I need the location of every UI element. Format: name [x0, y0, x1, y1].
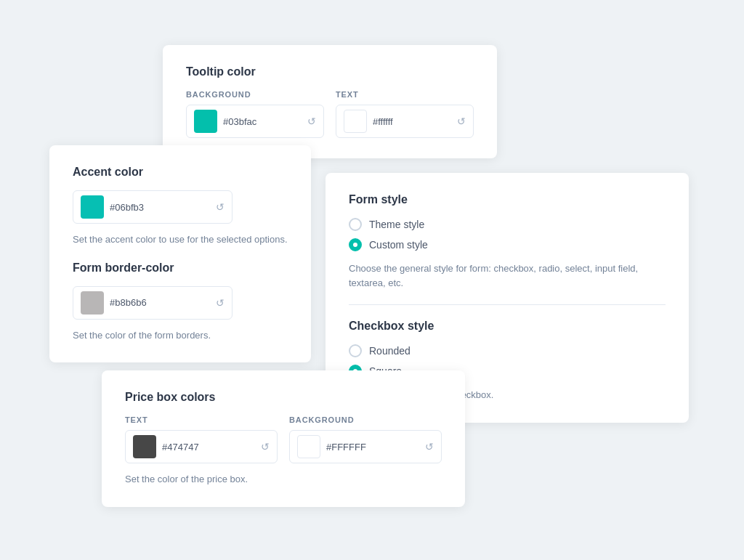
- form-style-option-theme[interactable]: Theme style: [349, 218, 666, 231]
- price-bg-reset-icon[interactable]: ↺: [425, 441, 434, 453]
- form-style-divider: [349, 304, 666, 305]
- price-text-field[interactable]: #474747 ↺: [125, 430, 278, 463]
- tooltip-card-title: Tooltip color: [186, 65, 474, 78]
- tooltip-text-reset-icon[interactable]: ↺: [457, 115, 466, 127]
- price-bg-swatch: [297, 435, 320, 458]
- form-style-helper: Choose the general style for form: check…: [349, 261, 666, 290]
- accent-reset-icon[interactable]: ↺: [216, 201, 225, 213]
- radio-theme-label: Theme style: [369, 219, 424, 230]
- price-text-value: #474747: [162, 442, 255, 453]
- border-color-field[interactable]: #b8b6b6 ↺: [73, 286, 232, 320]
- form-style-title: Form style: [349, 193, 666, 206]
- text-label: TEXT: [336, 90, 474, 99]
- price-text-swatch: [133, 435, 156, 458]
- radio-rounded-circle: [349, 344, 362, 357]
- form-style-option-custom[interactable]: Custom style: [349, 238, 666, 251]
- accent-card-title: Accent color: [73, 166, 288, 179]
- checkbox-option-rounded[interactable]: Rounded: [349, 344, 666, 357]
- accent-swatch: [81, 195, 104, 219]
- price-text-label: TEXT: [125, 415, 278, 424]
- bg-label: BACKGROUND: [186, 90, 324, 99]
- tooltip-text-swatch: [344, 110, 367, 133]
- border-helper: Set the color of the form borders.: [73, 328, 288, 343]
- price-text-reset-icon[interactable]: ↺: [261, 441, 270, 453]
- price-box-card: Price box colors TEXT #474747 ↺ BACKGROU…: [102, 370, 465, 507]
- price-helper: Set the color of the price box.: [125, 472, 442, 487]
- price-bg-label: BACKGROUND: [289, 415, 442, 424]
- price-bg-value: #FFFFFF: [326, 442, 419, 453]
- accent-color-field[interactable]: #06bfb3 ↺: [73, 190, 232, 224]
- border-swatch: [81, 291, 104, 315]
- checkbox-style-title: Checkbox style: [349, 320, 666, 333]
- accent-helper: Set the accent color to use for the sele…: [73, 232, 288, 247]
- radio-custom-label: Custom style: [369, 239, 428, 251]
- radio-custom-circle: [349, 238, 362, 251]
- form-style-radio-group: Theme style Custom style: [349, 218, 666, 251]
- radio-theme-circle: [349, 218, 362, 231]
- tooltip-color-card: Tooltip color BACKGROUND #03bfac ↺ TEXT …: [163, 45, 497, 158]
- border-color-title: Form border-color: [73, 261, 288, 275]
- tooltip-bg-swatch: [194, 110, 217, 133]
- accent-color-card: Accent color #06bfb3 ↺ Set the accent co…: [49, 145, 311, 362]
- radio-rounded-label: Rounded: [369, 345, 411, 357]
- border-reset-icon[interactable]: ↺: [216, 297, 225, 309]
- tooltip-text-field[interactable]: #ffffff ↺: [336, 105, 474, 138]
- tooltip-text-value: #ffffff: [373, 116, 451, 127]
- price-bg-field[interactable]: #FFFFFF ↺: [289, 430, 442, 463]
- tooltip-bg-value: #03bfac: [223, 116, 302, 127]
- tooltip-bg-reset-icon[interactable]: ↺: [307, 115, 316, 127]
- price-card-title: Price box colors: [125, 391, 442, 404]
- tooltip-bg-field[interactable]: #03bfac ↺: [186, 105, 324, 138]
- accent-value: #06bfb3: [110, 202, 210, 213]
- border-value: #b8b6b6: [110, 297, 210, 308]
